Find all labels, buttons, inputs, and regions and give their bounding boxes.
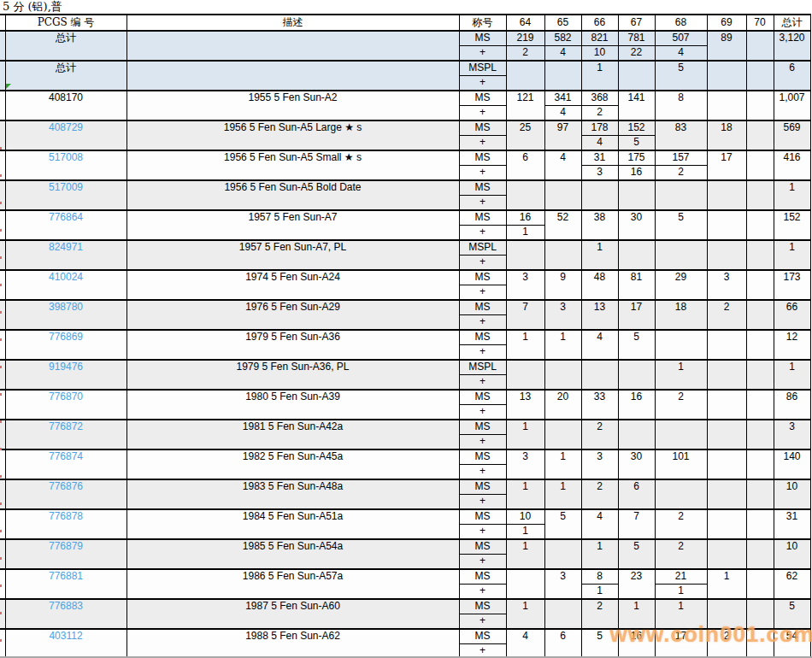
pcgs-number-link[interactable]: 776864 [5, 210, 127, 240]
grade-count-cell [707, 479, 746, 509]
grade-count-cell [707, 420, 746, 449]
grade-count-cell: 821 [581, 31, 618, 46]
col-header-68: 68 [655, 15, 707, 31]
grade-count-cell: 3 [544, 569, 581, 599]
pcgs-number-link[interactable]: 408729 [5, 120, 127, 150]
left-edge-red-mark [0, 311, 2, 314]
pcgs-number-link[interactable]: 776872 [5, 420, 127, 449]
plus-label: + [459, 256, 506, 271]
left-edge-red-mark [0, 338, 2, 341]
grade-count-cell: 2 [655, 539, 707, 569]
coin-description [127, 31, 459, 61]
plus-count-cell: 4 [544, 46, 581, 62]
population-table: PCGS 编 号 描述 称号 64 65 66 67 68 69 70 总计 总… [0, 14, 811, 658]
grade-count-cell: 1 [506, 330, 544, 360]
grade-count-cell [581, 180, 618, 210]
left-edge-red-mark [0, 612, 2, 614]
grade-label: MS [459, 270, 506, 285]
coin-description: 1957 5 Fen Sun-A7 [127, 210, 459, 240]
pcgs-number-link[interactable]: 776869 [5, 330, 127, 360]
grade-count-cell: 5 [655, 61, 707, 91]
grade-count-cell: 8 [655, 91, 707, 120]
pcgs-number-link[interactable]: 776879 [5, 539, 127, 569]
grade-label: MSPL [459, 61, 506, 76]
pcgs-number-link[interactable]: 517009 [5, 180, 127, 210]
grade-label: MS [459, 300, 506, 315]
left-edge-red-mark [0, 147, 2, 150]
grade-count-cell [618, 420, 655, 449]
grade-count-cell [655, 240, 707, 270]
grade-count-cell: 2 [707, 300, 746, 330]
pcgs-number-link[interactable]: 824971 [5, 240, 127, 270]
grade-count-cell: 29 [655, 270, 707, 300]
table-row: 4100241974 5 Fen Sun-A24MS394881293173 [0, 270, 810, 285]
grade-count-cell: 16 [618, 390, 655, 420]
coin-description: 1983 5 Fen Sun-A48a [127, 479, 459, 509]
total-cell: 10 [774, 479, 810, 509]
col-header-pcgs: PCGS 编 号 [5, 15, 127, 31]
grade-count-cell: 30 [618, 449, 655, 479]
grade-count-cell: 2 [581, 420, 618, 449]
table-row: 7768691979 5 Fen Sun-A36MS114512 [0, 330, 810, 345]
grade-count-cell: 16 [506, 210, 544, 226]
total-cell: 6 [774, 61, 810, 91]
total-cell: 1 [774, 180, 810, 210]
grade-count-cell: 7 [618, 509, 655, 539]
grade-count-cell [618, 180, 655, 210]
pcgs-number-link[interactable]: 517008 [5, 150, 127, 180]
grade-count-cell [618, 61, 655, 91]
total-cell: 152 [774, 210, 810, 240]
pcgs-number-link[interactable]: 776874 [5, 449, 127, 479]
pcgs-number: 总计 [5, 61, 127, 91]
grade-count-cell [581, 360, 618, 390]
pcgs-number-link[interactable]: 776883 [5, 599, 127, 629]
pcgs-number-link[interactable]: 410024 [5, 270, 127, 300]
grade-count-cell: 175 [618, 150, 655, 166]
coin-description: 1956 5 Fen Sun-A5 Small ★ s [127, 150, 459, 180]
grade-count-cell [746, 300, 774, 330]
coin-description: 1981 5 Fen Sun-A42a [127, 420, 459, 449]
grade-count-cell: 1 [506, 479, 544, 509]
pcgs-number-link[interactable]: 403112 [5, 629, 127, 658]
grade-count-cell: 3 [707, 270, 746, 300]
total-cell: 62 [774, 569, 810, 599]
grade-count-cell [506, 360, 544, 390]
grade-count-cell: 52 [544, 210, 581, 240]
pcgs-number-link[interactable]: 919476 [5, 360, 127, 390]
pcgs-number-link[interactable]: 398780 [5, 300, 127, 330]
plus-label: + [459, 555, 506, 570]
table-row: 4087291956 5 Fen Sun-A5 Large ★ sMS25971… [0, 120, 810, 136]
pcgs-number-link[interactable]: 776876 [5, 479, 127, 509]
grade-count-cell: 6 [544, 629, 581, 658]
plus-label: + [459, 106, 506, 121]
grade-label: MS [459, 569, 506, 585]
table-row: 总计MS219582821781507893,120 [0, 31, 810, 46]
grade-count-cell: 2 [655, 509, 707, 539]
grade-count-cell: 48 [581, 270, 618, 300]
plus-label: + [459, 76, 506, 91]
grade-count-cell [506, 569, 544, 599]
col-header-64: 64 [506, 15, 544, 31]
table-row: 总计MSPL156 [0, 61, 810, 76]
grade-count-cell: 1 [506, 539, 544, 569]
grade-count-cell [655, 420, 707, 449]
grade-count-cell: 4 [506, 629, 544, 658]
grade-count-cell [544, 240, 581, 270]
comment-flag-green-triangle [6, 84, 11, 89]
plus-count-cell: 2 [655, 166, 707, 181]
grade-count-cell [707, 210, 746, 240]
pcgs-number-link[interactable]: 776881 [5, 569, 127, 599]
grade-label: MSPL [459, 360, 506, 375]
population-report-page: 5 分 (铝),普 PCGS 编 号 描述 称号 64 65 66 67 68 … [0, 0, 812, 658]
table-row: 7768641957 5 Fen Sun-A7MS165238305152 [0, 210, 810, 226]
pcgs-number-link[interactable]: 776878 [5, 509, 127, 539]
grade-count-cell: 3 [544, 300, 581, 330]
plus-label: + [459, 405, 506, 420]
pcgs-number-link[interactable]: 776870 [5, 390, 127, 420]
grade-count-cell [746, 330, 774, 360]
plus-count-cell: 1 [506, 525, 544, 540]
col-header-total: 总计 [774, 15, 810, 31]
col-header-grade: 称号 [459, 15, 506, 31]
grade-count-cell: 6 [506, 150, 544, 180]
grade-count-cell: 1 [655, 360, 707, 390]
